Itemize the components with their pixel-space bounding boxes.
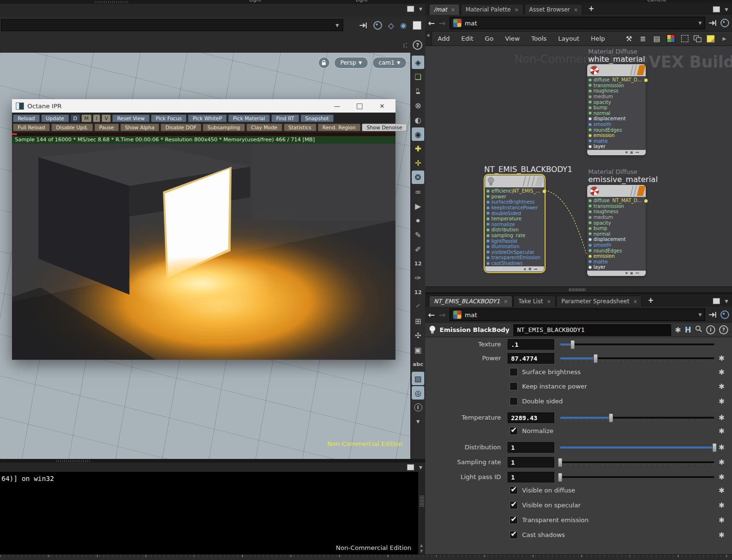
node-input-row[interactable]: roundEdges bbox=[587, 127, 646, 133]
input-dot-icon[interactable] bbox=[589, 139, 592, 142]
geometry-icon[interactable]: ◉ bbox=[400, 21, 407, 30]
octane-toolbar-button[interactable]: Show Alpha bbox=[120, 124, 160, 131]
node-input-row[interactable]: transparentEmission bbox=[485, 255, 544, 261]
tab-close-icon[interactable]: × bbox=[504, 299, 508, 304]
gear-menu-icon[interactable]: ✱ bbox=[675, 326, 681, 334]
param-slider[interactable] bbox=[560, 457, 714, 468]
node-input-row[interactable]: transmission bbox=[587, 83, 646, 89]
checkbox[interactable] bbox=[510, 516, 518, 524]
tab[interactable]: Asset Browser × bbox=[524, 4, 583, 15]
param-value-field[interactable]: .1 bbox=[508, 339, 554, 350]
python-console[interactable]: 64)] on win32 Non-Commercial Edition bbox=[0, 472, 418, 554]
node-input-row[interactable]: normalize bbox=[485, 222, 544, 228]
input-dot-icon[interactable] bbox=[487, 251, 489, 253]
node-header[interactable] bbox=[587, 185, 646, 197]
cube-icon[interactable]: ◇ bbox=[388, 21, 394, 30]
material-ball-icon[interactable]: ❂ bbox=[412, 171, 424, 184]
slider-handle[interactable] bbox=[570, 340, 575, 349]
node-input-row[interactable]: smooth bbox=[587, 122, 646, 127]
scroll-down-icon[interactable]: ▼ bbox=[420, 549, 423, 553]
pane-menu-arrow-icon[interactable]: ▼ bbox=[725, 7, 728, 12]
point-icon[interactable]: ● bbox=[412, 214, 424, 227]
pane-menu-arrow-icon[interactable]: ▼ bbox=[419, 7, 422, 11]
octane-toolbar-button[interactable]: Show Denoise bbox=[362, 124, 407, 131]
lock-icon[interactable]: ∩ ▬ bbox=[412, 84, 424, 98]
menu-item[interactable]: Help bbox=[585, 35, 611, 42]
gear-icon[interactable]: ✱ bbox=[719, 382, 725, 391]
tab-close-icon[interactable]: × bbox=[514, 7, 518, 12]
output-dot-icon[interactable] bbox=[644, 199, 648, 203]
palette-grid-icon[interactable] bbox=[666, 34, 675, 44]
gear-icon[interactable]: ✱ bbox=[719, 427, 725, 435]
param-value-field[interactable]: 2289.43 bbox=[508, 412, 554, 423]
input-dot-icon[interactable] bbox=[487, 206, 489, 209]
tab[interactable]: /mat × bbox=[429, 4, 460, 15]
selection-field[interactable]: ▼ bbox=[1, 19, 343, 31]
minimize-button[interactable]: — bbox=[327, 103, 347, 110]
lightbulb-icon[interactable]: ◉ bbox=[412, 127, 424, 141]
input-dot-icon[interactable] bbox=[487, 217, 489, 220]
input-dot-icon[interactable] bbox=[487, 256, 489, 259]
menu-item[interactable]: Tools bbox=[525, 35, 552, 42]
input-dot-icon[interactable] bbox=[487, 195, 489, 198]
houdini-logo-icon[interactable]: H bbox=[685, 325, 691, 334]
tab[interactable]: NT_EMIS_BLACKBODY1 × bbox=[429, 296, 512, 307]
input-dot-icon[interactable] bbox=[589, 123, 592, 126]
pin-icon[interactable] bbox=[360, 22, 367, 29]
node-input-row[interactable]: displacement bbox=[587, 116, 646, 122]
octane-toolbar-button[interactable]: Statistics bbox=[284, 124, 316, 131]
help-icon[interactable]: ? bbox=[413, 40, 422, 50]
input-dot-icon[interactable] bbox=[589, 221, 592, 224]
slider-handle[interactable] bbox=[609, 413, 613, 423]
param-value-field[interactable]: 1 bbox=[508, 472, 554, 482]
input-dot-icon[interactable] bbox=[589, 101, 592, 103]
input-dot-icon[interactable] bbox=[589, 249, 592, 252]
lights-off-icon[interactable]: ⊗ bbox=[412, 99, 424, 112]
checkbox[interactable] bbox=[510, 382, 518, 390]
node-input-row[interactable]: lightPassId bbox=[485, 238, 544, 244]
octane-toolbar-button[interactable]: Find RT bbox=[271, 114, 299, 122]
frame-select-icon[interactable]: ❏ bbox=[412, 70, 424, 83]
pane-maximize-icon[interactable] bbox=[713, 6, 720, 12]
node-input-row[interactable]: roundEdges bbox=[587, 248, 646, 253]
node-input-row[interactable]: bump bbox=[587, 105, 646, 111]
input-dot-icon[interactable] bbox=[589, 260, 592, 263]
input-dot-icon[interactable] bbox=[487, 223, 489, 226]
node-input-row[interactable]: sampling_rate bbox=[485, 233, 544, 239]
location-pin-icon[interactable]: ◎ bbox=[412, 386, 424, 400]
node-input-row[interactable]: surfaceBrightness bbox=[485, 199, 544, 205]
info-icon[interactable]: i bbox=[706, 325, 715, 334]
octane-toolbar-button[interactable]: I bbox=[93, 114, 100, 122]
pane-maximize-icon[interactable] bbox=[407, 6, 414, 12]
pane-maximize-icon[interactable] bbox=[713, 298, 720, 304]
new-tab-button[interactable]: + bbox=[583, 4, 599, 13]
input-dot-icon[interactable] bbox=[487, 262, 489, 265]
gear-icon[interactable]: ✱ bbox=[719, 397, 725, 406]
menu-item[interactable]: Edit bbox=[455, 35, 479, 42]
input-dot-icon[interactable] bbox=[589, 106, 592, 109]
node-input-row[interactable]: medium bbox=[587, 215, 646, 220]
checkbox[interactable] bbox=[510, 397, 518, 405]
node-input-row[interactable]: opacity bbox=[587, 99, 646, 105]
camera-select-button[interactable]: cam1 ▼ bbox=[372, 57, 407, 69]
tab[interactable]: Parameter Spreadsheet × bbox=[557, 296, 642, 307]
input-dot-icon[interactable] bbox=[589, 90, 592, 92]
input-dot-icon[interactable] bbox=[589, 128, 592, 131]
overflow-arrow-icon[interactable]: ▶ bbox=[720, 34, 729, 44]
octane-title-bar[interactable]: Octane IPR — □ ✕ bbox=[12, 99, 395, 113]
headlight-icon[interactable]: ◐ bbox=[412, 113, 424, 126]
back-arrow-icon[interactable]: ← bbox=[428, 310, 435, 320]
node-input-row[interactable]: illumination bbox=[485, 244, 544, 250]
output-dot-icon[interactable] bbox=[644, 79, 648, 82]
target-icon[interactable] bbox=[373, 21, 382, 30]
forward-arrow-icon[interactable]: → bbox=[439, 18, 445, 28]
input-dot-icon[interactable] bbox=[589, 266, 592, 269]
pane-menu-arrow-icon[interactable]: ▼ bbox=[419, 465, 422, 470]
blank-swatch-icon[interactable] bbox=[413, 21, 421, 30]
menu-item[interactable]: Add bbox=[432, 35, 455, 42]
octane-toolbar-button[interactable]: Full Reload bbox=[13, 124, 50, 131]
node-input-row[interactable]: smooth bbox=[587, 242, 646, 248]
octane-toolbar-button[interactable]: Pause bbox=[94, 124, 119, 131]
node-header[interactable] bbox=[485, 175, 544, 187]
node-input-row[interactable]: medium bbox=[587, 94, 646, 100]
